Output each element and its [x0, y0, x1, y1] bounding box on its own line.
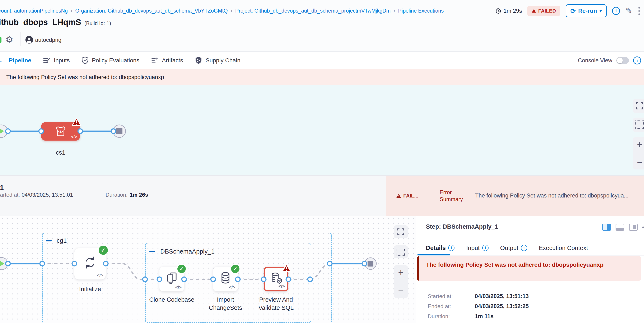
info-icon[interactable]: i — [448, 245, 454, 251]
step-detail-panel: Step: DBSchemaApply_1 Details i Input i … — [416, 216, 644, 323]
duration-value: 1m 26s — [130, 192, 148, 198]
group-dbschemaapply-header: DBSchemaApply_1 — [150, 248, 214, 255]
layout-bottom-split-button[interactable] — [616, 224, 624, 231]
panel-minimize-button[interactable] — [642, 227, 644, 228]
branch-chip-partial — [0, 37, 2, 43]
rerun-button[interactable]: ⟳ Re-run ▾ — [566, 5, 606, 17]
breadcrumb-pipeline-executions[interactable]: Pipeline Executions — [398, 8, 444, 14]
step-clone-codebase[interactable]: </> ✓ — [160, 267, 184, 291]
info-icon[interactable]: i — [521, 245, 527, 251]
tab-details[interactable]: Details i — [426, 244, 454, 251]
zoom-out-button[interactable]: − — [398, 287, 404, 295]
detail-row-started: Started at: 04/03/2025, 13:51:13 — [428, 293, 529, 299]
execution-tabs: Pipeline Inputs Policy Evaluations — [0, 52, 644, 69]
step-label-preview-validate-sql: Preview And Validate SQL — [253, 295, 299, 312]
artifacts-list-icon — [151, 57, 158, 64]
code-glyph: </> — [71, 135, 77, 139]
svg-text:</>: </> — [58, 130, 63, 133]
pipeline-execution-page: { "header": { "breadcrumbs": [ "count: a… — [0, 0, 644, 323]
fullscreen-button[interactable] — [633, 99, 644, 113]
step-error-box: The following Policy Set was not adhered… — [417, 256, 641, 281]
stage-error-section: FAIL... Error Summary The following Poli… — [386, 176, 644, 216]
breadcrumb-project[interactable]: Project: Github_db_devops_aut_db_schema_… — [235, 8, 390, 14]
triggered-by-user: autocdpng — [35, 37, 62, 43]
breadcrumb-organization[interactable]: Organization: Github_db_devops_aut_db_sc… — [75, 8, 228, 14]
stage-node-label: cs1 — [41, 149, 80, 156]
page-title: ithub_dbops_LHqmS — [0, 18, 81, 27]
layout-floating-button[interactable] — [629, 224, 638, 231]
warning-icon — [396, 193, 401, 198]
tab-policy-evaluations[interactable]: Policy Evaluations — [82, 52, 139, 69]
info-icon[interactable]: i — [482, 245, 488, 251]
gear-icon[interactable]: ⚙ — [6, 35, 13, 44]
initialize-cycle-icon — [83, 255, 97, 270]
step-label-clone-codebase: Clone Codebase — [149, 295, 195, 304]
tab-execution-context[interactable]: Execution Context — [539, 244, 588, 251]
layout-right-split-button[interactable] — [602, 224, 611, 231]
tab-inputs[interactable]: Inputs — [43, 52, 70, 69]
zoom-out-button[interactable]: − — [637, 158, 642, 167]
supply-chain-shield-icon — [195, 57, 202, 65]
clone-codebase-icon — [165, 271, 178, 284]
zoom-in-button[interactable]: + — [637, 140, 642, 149]
more-options-kebab[interactable] — [638, 6, 641, 16]
info-icon[interactable]: i — [612, 7, 620, 15]
divider — [20, 32, 20, 46]
tab-pipeline[interactable]: Pipeline — [0, 52, 31, 69]
code-glyph: </> — [97, 273, 103, 278]
started-at-label: arted at: — [0, 192, 20, 198]
execution-graph-canvas[interactable]: cg1 DBSchemaApply_1 </> ✓ Initialize </>… — [0, 216, 416, 323]
stage-detail-bar: 1 arted at: 04/03/2025, 13:51:01 Duratio… — [0, 175, 644, 216]
rerun-icon: ⟳ — [570, 7, 576, 15]
active-tab-underline — [418, 254, 450, 255]
success-check-badge: ✓ — [230, 264, 240, 274]
breadcrumb: count: automationPipelinesNg › Organizat… — [0, 7, 444, 14]
tab-supply-chain[interactable]: Supply Chain — [195, 52, 240, 69]
stage-node-cs1[interactable]: </> </> — [41, 122, 80, 141]
tab-output[interactable]: Output i — [500, 244, 527, 251]
page-header: count: automationPipelinesNg › Organizat… — [0, 0, 644, 52]
step-initialize[interactable]: </> ✓ — [74, 248, 106, 279]
end-node — [365, 258, 376, 269]
step-label-import-changesets: Import ChangeSets — [202, 295, 248, 312]
start-node — [0, 257, 8, 270]
console-info-icon[interactable]: i — [633, 57, 641, 65]
fullscreen-button[interactable] — [394, 225, 408, 238]
stage-graph-canvas[interactable]: </> </> cs1 + − — [0, 85, 644, 175]
code-glyph: </> — [278, 284, 285, 289]
collapse-minus-icon[interactable] — [150, 251, 155, 252]
zoom-controls: + − — [394, 265, 408, 298]
end-node — [113, 125, 126, 137]
group-dbschemaapply-label: DBSchemaApply_1 — [160, 248, 214, 255]
failed-warning-badge — [282, 264, 291, 272]
tab-input[interactable]: Input i — [466, 244, 488, 251]
console-view-toggle[interactable] — [616, 57, 629, 64]
step-import-changesets[interactable]: </> ✓ — [213, 267, 238, 291]
error-summary-text: The following Policy Set was not adhered… — [475, 192, 628, 199]
marquee-icon — [636, 121, 644, 129]
detail-row-duration: Duration: 1m 11s — [428, 313, 494, 320]
step-preview-validate-sql[interactable]: </> — [264, 267, 288, 291]
shield-check-icon — [82, 57, 88, 65]
success-check-badge: ✓ — [176, 264, 186, 274]
build-id: (Build Id: 1) — [84, 20, 111, 26]
breadcrumb-account[interactable]: count: automationPipelinesNg — [0, 8, 68, 14]
database-check-icon — [269, 271, 283, 285]
marquee-icon — [396, 248, 405, 256]
group-cg1-header: cg1 — [46, 237, 67, 244]
edit-pencil-icon[interactable]: ✎ — [626, 6, 632, 16]
started-at-value: 04/03/2025, 13:51:01 — [22, 192, 73, 198]
database-icon — [219, 271, 232, 284]
collapse-minus-icon[interactable] — [46, 240, 52, 241]
avatar — [25, 36, 34, 44]
marquee-select-button[interactable] — [633, 118, 644, 132]
stage-connector-layer — [0, 85, 644, 175]
breadcrumb-separator: › — [71, 8, 72, 14]
step-label-initialize: Initialize — [67, 285, 113, 293]
status-badge: FAILED — [528, 6, 560, 16]
error-summary-label: Error Summary — [440, 189, 467, 202]
code-glyph: </> — [229, 285, 235, 290]
marquee-select-button[interactable] — [394, 245, 408, 258]
tab-artifacts[interactable]: Artifacts — [151, 52, 183, 69]
zoom-in-button[interactable]: + — [398, 268, 404, 276]
